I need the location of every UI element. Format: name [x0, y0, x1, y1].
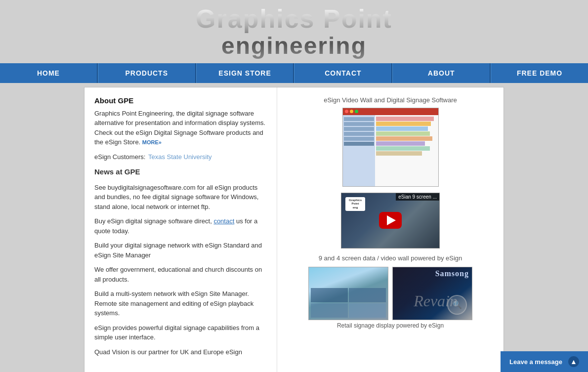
- video-wall-label: eSign Video Wall and Digital Signage Sof…: [324, 96, 457, 104]
- retail-caption: Retail signage display powered by eSign: [337, 322, 444, 329]
- chat-up-arrow-icon: ▲: [568, 356, 579, 367]
- main-container: About GPE Graphics Point Engineering, th…: [84, 87, 504, 372]
- news-heading: News at GPE: [94, 166, 267, 178]
- news-body7: Quad Vision is our partner for UK and Eu…: [94, 347, 267, 357]
- bottom-images: Samsong 🔍 Revain: [308, 267, 472, 320]
- news-body5: Build a multi-system network with eSign …: [94, 289, 267, 318]
- customers-line: eSign Customers: Texas State University: [94, 152, 267, 162]
- nav-home[interactable]: HOME: [0, 63, 98, 83]
- about-body: Graphics Point Engineering, the digital …: [94, 109, 267, 147]
- about-heading: About GPE: [94, 96, 267, 105]
- video-thumbnail[interactable]: GraphicsPointeng eSian 9 screen ...: [341, 193, 440, 248]
- header: Graphics Point engineering: [0, 0, 588, 63]
- nav-free-demo[interactable]: FREE DEMO: [491, 63, 588, 83]
- samsung-logo: Samsong: [432, 267, 472, 280]
- video-logo: GraphicsPointeng: [345, 197, 365, 211]
- right-column: eSign Video Wall and Digital Signage Sof…: [277, 87, 504, 372]
- nav-contact[interactable]: CONTACT: [294, 63, 392, 83]
- main-nav: HOME PRODUCTS eSign STORE CONTACT ABOUT …: [0, 63, 588, 83]
- video-title-overlay: eSian 9 screen ...: [396, 193, 439, 201]
- chat-bar[interactable]: Leave a message ▲: [501, 351, 588, 372]
- site-title: Graphics Point engineering: [196, 5, 392, 59]
- news-body6: eSign provides powerful digital signage …: [94, 323, 267, 342]
- site-title-line2: engineering: [196, 33, 392, 59]
- retail-image-2: Samsong 🔍: [392, 267, 472, 320]
- nav-about[interactable]: ABOUT: [392, 63, 491, 83]
- bottom-caption: 9 and 4 screen data / video wall powered…: [319, 254, 462, 262]
- nav-products[interactable]: PRODUCTS: [98, 63, 196, 83]
- chat-label: Leave a message: [509, 358, 562, 366]
- play-button[interactable]: [379, 212, 402, 229]
- news-body3: Build your digital signage network with …: [94, 241, 267, 260]
- news-body1: See buydigitalsignagesoftware.com for al…: [94, 183, 267, 212]
- retail-image-1: [308, 267, 388, 320]
- esign-screenshot: [342, 108, 439, 187]
- nav-esign-store[interactable]: eSign STORE: [196, 63, 294, 83]
- contact-link[interactable]: contact: [213, 217, 234, 225]
- left-column: About GPE Graphics Point Engineering, th…: [84, 87, 277, 372]
- news-body2: Buy eSign digital signage software direc…: [94, 216, 267, 236]
- more-link[interactable]: MORE»: [142, 139, 162, 145]
- site-title-line1: Graphics Point: [196, 5, 392, 33]
- texas-state-link[interactable]: Texas State University: [148, 153, 212, 161]
- news-body4: We offer government, educational and chu…: [94, 265, 267, 284]
